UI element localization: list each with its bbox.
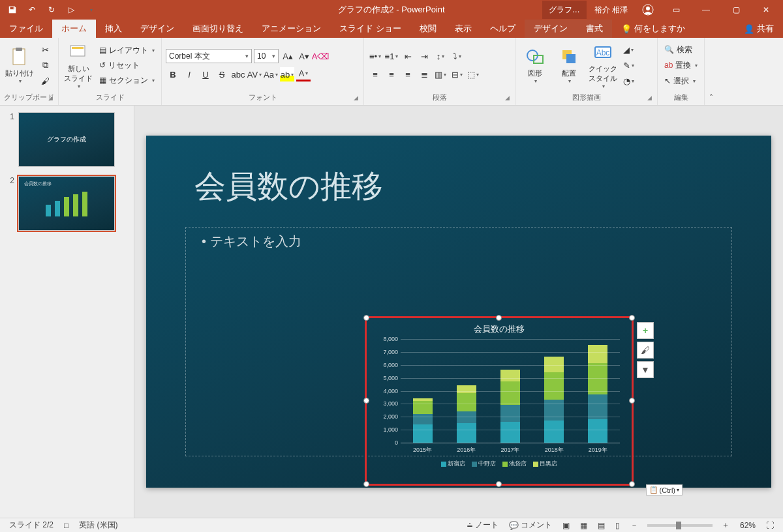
align-text-icon[interactable]: ⊟ bbox=[450, 67, 464, 81]
text-direction-icon[interactable]: ⤵ bbox=[450, 49, 464, 63]
highlight-icon[interactable]: ab bbox=[280, 67, 294, 81]
shadow-icon[interactable]: abc bbox=[231, 67, 245, 81]
chart-title[interactable]: 会員数の推移 bbox=[372, 323, 626, 335]
resize-handle-se[interactable] bbox=[629, 481, 635, 487]
increase-font-icon[interactable]: A▴ bbox=[281, 49, 295, 63]
tab-help[interactable]: ヘルプ bbox=[481, 20, 525, 38]
shape-outline-icon[interactable]: ✎ bbox=[621, 58, 636, 72]
smartart-icon[interactable]: ⬚ bbox=[466, 67, 480, 81]
thumbnail-1[interactable]: 1 グラフの作成 bbox=[5, 112, 129, 167]
resize-handle-s[interactable] bbox=[496, 481, 502, 487]
replace-button[interactable]: ab置換 bbox=[662, 58, 700, 72]
font-color-icon[interactable]: A bbox=[296, 67, 311, 81]
format-painter-icon[interactable]: 🖌 bbox=[38, 74, 52, 88]
font-name-input[interactable]: Corbel 本文▾ bbox=[166, 49, 252, 63]
arrange-button[interactable]: 配置 bbox=[553, 40, 585, 91]
tab-design[interactable]: デザイン bbox=[131, 20, 183, 38]
redo-icon[interactable]: ↻ bbox=[43, 2, 60, 18]
slide-editor[interactable]: 会員数の推移 • テキストを入力 + 🖌 ▼ bbox=[134, 106, 783, 518]
resize-handle-sw[interactable] bbox=[363, 481, 369, 487]
tab-view[interactable]: 表示 bbox=[446, 20, 481, 38]
tab-review[interactable]: 校閲 bbox=[410, 20, 446, 38]
paragraph-dialog-launcher[interactable]: ◢ bbox=[503, 95, 511, 102]
numbering-icon[interactable]: ≡1 bbox=[384, 49, 399, 63]
tab-insert[interactable]: 挿入 bbox=[96, 20, 131, 38]
comments-button[interactable]: 💬コメント bbox=[504, 519, 557, 532]
align-center-icon[interactable]: ≡ bbox=[384, 67, 399, 81]
close-button[interactable]: ✕ bbox=[752, 1, 780, 19]
new-slide-button[interactable]: 新しい スライド bbox=[63, 40, 94, 91]
tab-chart-design[interactable]: デザイン bbox=[525, 20, 577, 38]
resize-handle-e[interactable] bbox=[629, 398, 635, 404]
maximize-button[interactable]: ▢ bbox=[722, 1, 750, 19]
paste-button[interactable]: 貼り付け bbox=[4, 40, 35, 91]
zoom-level[interactable]: 62% bbox=[735, 519, 761, 532]
notes-button[interactable]: ≐ノート bbox=[461, 519, 504, 532]
shape-fill-icon[interactable]: ◢ bbox=[621, 42, 636, 57]
start-from-beginning-icon[interactable]: ▷ bbox=[63, 2, 80, 18]
char-spacing-icon[interactable]: AV bbox=[247, 67, 262, 81]
columns-icon[interactable]: ▥ bbox=[433, 67, 448, 81]
tab-file[interactable]: ファイル bbox=[0, 20, 52, 38]
italic-icon[interactable]: I bbox=[182, 67, 196, 81]
chart-object[interactable]: + 🖌 ▼ 📋(Ctrl)▾ 会員数の推移 01,0002,0003,0004,… bbox=[365, 316, 634, 486]
ribbon-display-options-icon[interactable]: ▭ bbox=[662, 1, 690, 19]
thumbnail-2[interactable]: 2 会員数の推移 bbox=[5, 176, 129, 231]
slide-title[interactable]: 会員数の推移 bbox=[194, 166, 383, 207]
paste-options-tag[interactable]: 📋(Ctrl)▾ bbox=[646, 484, 683, 495]
change-case-icon[interactable]: Aa bbox=[264, 67, 278, 81]
normal-view-icon[interactable]: ▣ bbox=[557, 519, 575, 532]
zoom-out-button[interactable]: － bbox=[625, 519, 643, 532]
select-button[interactable]: ↖選択 bbox=[662, 74, 698, 88]
slide-sorter-icon[interactable]: ▦ bbox=[575, 519, 592, 532]
quick-styles-button[interactable]: Abcクイック スタイル bbox=[587, 40, 619, 91]
tab-transitions[interactable]: 画面切り替え bbox=[183, 20, 253, 38]
tab-home[interactable]: ホーム bbox=[52, 20, 96, 38]
reading-view-icon[interactable]: ▤ bbox=[592, 519, 610, 532]
spell-check-icon[interactable]: □ bbox=[59, 519, 74, 532]
resize-handle-n[interactable] bbox=[496, 315, 502, 321]
resize-handle-nw[interactable] bbox=[363, 315, 369, 321]
zoom-in-button[interactable]: ＋ bbox=[716, 519, 735, 532]
account-name[interactable]: 裕介 相澤 bbox=[588, 1, 634, 19]
justify-icon[interactable]: ≣ bbox=[417, 67, 431, 81]
slideshow-view-icon[interactable]: ▯ bbox=[610, 519, 625, 532]
chart-elements-button[interactable]: + bbox=[637, 322, 654, 339]
cut-icon[interactable]: ✂ bbox=[38, 42, 52, 57]
resize-handle-ne[interactable] bbox=[629, 315, 635, 321]
font-dialog-launcher[interactable]: ◢ bbox=[352, 95, 360, 102]
zoom-slider[interactable] bbox=[647, 524, 713, 527]
layout-button[interactable]: ▤レイアウト bbox=[97, 43, 157, 57]
bullets-icon[interactable]: ≡• bbox=[368, 49, 382, 63]
clipboard-dialog-launcher[interactable]: ◢ bbox=[46, 95, 54, 102]
shapes-button[interactable]: 図形 bbox=[519, 40, 551, 91]
tab-chart-format[interactable]: 書式 bbox=[577, 20, 612, 38]
line-spacing-icon[interactable]: ↕ bbox=[433, 49, 448, 63]
resize-handle-w[interactable] bbox=[363, 398, 369, 404]
slide-canvas[interactable]: 会員数の推移 • テキストを入力 + 🖌 ▼ bbox=[146, 136, 771, 488]
font-size-input[interactable]: 10▾ bbox=[254, 49, 279, 63]
decrease-indent-icon[interactable]: ⇤ bbox=[401, 49, 415, 63]
align-right-icon[interactable]: ≡ bbox=[401, 67, 415, 81]
tab-slideshow[interactable]: スライド ショー bbox=[330, 20, 410, 38]
slide-counter[interactable]: スライド 2/2 bbox=[4, 519, 59, 532]
fit-to-window-icon[interactable]: ⛶ bbox=[761, 519, 779, 532]
find-button[interactable]: 🔍検索 bbox=[662, 42, 695, 57]
collapse-ribbon-icon[interactable]: ˄ bbox=[705, 38, 718, 105]
undo-icon[interactable]: ↶ bbox=[23, 2, 40, 18]
reset-button[interactable]: ↺リセット bbox=[97, 58, 157, 72]
account-avatar-icon[interactable] bbox=[636, 1, 660, 19]
section-button[interactable]: ▦セクション bbox=[97, 73, 157, 87]
tell-me-search[interactable]: 💡何をしますか bbox=[612, 20, 694, 38]
save-icon[interactable] bbox=[4, 2, 21, 18]
drawing-dialog-launcher[interactable]: ◢ bbox=[645, 95, 653, 102]
chart-styles-button[interactable]: 🖌 bbox=[637, 342, 654, 359]
share-button[interactable]: 👤共有 bbox=[735, 20, 783, 38]
content-placeholder[interactable]: • テキストを入力 + 🖌 ▼ 📋(Ctrl bbox=[185, 227, 732, 456]
tab-animations[interactable]: アニメーション bbox=[253, 20, 330, 38]
shape-effects-icon[interactable]: ◔ bbox=[621, 74, 636, 88]
clear-formatting-icon[interactable]: A⌫ bbox=[313, 49, 328, 63]
underline-icon[interactable]: U bbox=[198, 67, 213, 81]
slide-thumbnails-pane[interactable]: 1 グラフの作成 2 会員数の推移 bbox=[0, 106, 134, 518]
qat-customize-icon[interactable] bbox=[82, 2, 99, 18]
